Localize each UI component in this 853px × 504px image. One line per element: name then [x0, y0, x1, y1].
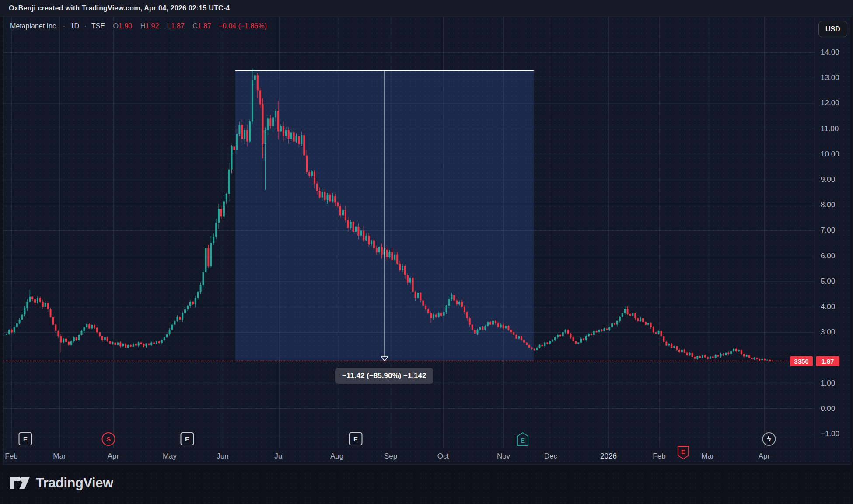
low-value: 1.87: [171, 22, 185, 30]
high-letter: H: [140, 22, 146, 30]
price-tick-label: 11.00: [821, 125, 839, 133]
time-tick-label: Aug: [319, 448, 354, 465]
symbol-bar[interactable]: Metaplanet Inc. · 1D · TSE O1.90 H1.92 L…: [10, 22, 267, 30]
symbol-title[interactable]: Metaplanet Inc.: [10, 22, 58, 30]
price-tick-label: 7.00: [821, 226, 835, 235]
price-tick-label: −1.00: [821, 430, 839, 438]
exchange-label: TSE: [91, 22, 105, 30]
time-tick-label: Jun: [205, 448, 240, 465]
time-tick-label: May: [152, 448, 187, 465]
price-tick-label: 0.00: [821, 404, 835, 413]
time-tick-label: Dec: [533, 448, 568, 465]
price-axis[interactable]: USD 14.0013.0012.0011.0010.009.008.007.0…: [814, 17, 852, 448]
tradingview-logo-text: TradingView: [36, 475, 113, 491]
currency-button[interactable]: USD: [818, 21, 847, 37]
earnings-icon[interactable]: E: [181, 432, 194, 445]
last-price-dotted-line: [4, 361, 790, 361]
price-tick-label: 4.00: [821, 302, 835, 311]
price-tick-label: 5.00: [821, 277, 835, 286]
time-tick-label: Nov: [486, 448, 521, 465]
attribution-bar: OxBenji created with TradingView.com, Ap…: [0, 0, 853, 17]
split-icon[interactable]: S: [102, 432, 115, 446]
time-tick-label: Jul: [262, 448, 297, 465]
price-tick-label: 9.00: [821, 175, 835, 184]
time-tick-label: Feb: [642, 448, 677, 465]
power-event-icon[interactable]: ϟ: [762, 432, 776, 446]
low-letter: L: [167, 22, 171, 30]
time-axis[interactable]: FebMarAprMayJunJulAugSepOctNovDec2026Feb…: [4, 448, 852, 465]
change-value: −0.04 (−1.86%): [218, 22, 266, 30]
price-tick-label: 1.00: [821, 379, 835, 388]
time-tick-label: Mar: [42, 448, 77, 465]
attribution-text: OxBenji created with TradingView.com, Ap…: [9, 4, 230, 12]
high-value: 1.92: [145, 22, 159, 30]
tradingview-logo-icon: [10, 474, 31, 492]
separator-dot: ·: [84, 22, 87, 30]
time-tick-label: Oct: [426, 448, 461, 465]
price-tick-label: 13.00: [821, 73, 839, 82]
separator-dot: ·: [63, 22, 65, 30]
price-tick-label: 12.00: [821, 99, 839, 108]
earnings-beat-icon[interactable]: E: [517, 432, 529, 446]
earnings-icon[interactable]: E: [19, 432, 32, 445]
time-tick-label: Mar: [690, 448, 725, 465]
price-tick-label: 10.00: [821, 150, 839, 159]
open-value: 1.90: [119, 22, 132, 30]
time-tick-label: Sep: [373, 448, 408, 465]
price-tick-label: 6.00: [821, 252, 835, 261]
time-tick-label: Feb: [0, 448, 29, 465]
tradingview-logo[interactable]: TradingView: [10, 474, 113, 492]
open-letter: O: [113, 22, 119, 30]
price-tick-label: 3.00: [821, 328, 835, 337]
bar-countdown-label: 3350: [790, 356, 813, 366]
time-tick-label: Apr: [747, 448, 782, 465]
interval-label[interactable]: 1D: [70, 22, 79, 30]
price-tick-label: 8.00: [821, 201, 835, 209]
earnings-miss-icon[interactable]: E: [678, 446, 689, 459]
time-tick-label: Apr: [96, 448, 131, 465]
time-tick-label: 2026: [591, 448, 626, 465]
last-price-label: 1.87: [816, 356, 839, 366]
price-tick-label: 14.00: [821, 48, 839, 57]
earnings-icon[interactable]: E: [349, 432, 363, 445]
measure-tooltip: −11.42 (−85.90%) −1,142: [335, 368, 433, 384]
close-value: 1.87: [198, 22, 211, 30]
chart-frame: ESEEEEϟ Metaplanet Inc. · 1D · TSE O1.90…: [3, 16, 851, 465]
close-letter: C: [192, 22, 198, 30]
